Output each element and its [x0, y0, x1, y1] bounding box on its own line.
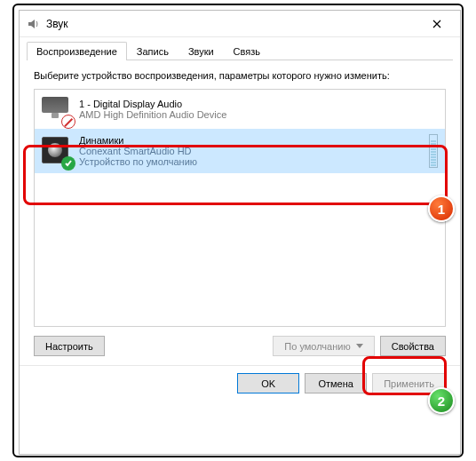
tab-recording[interactable]: Запись: [127, 42, 178, 60]
configure-button[interactable]: Настроить: [34, 336, 105, 356]
properties-button[interactable]: Свойства: [380, 336, 446, 356]
device-driver: Conexant SmartAudio HD: [79, 146, 197, 156]
tab-communications[interactable]: Связь: [224, 42, 270, 60]
device-status: Устройство по умолчанию: [79, 156, 197, 167]
device-item-speakers[interactable]: Динамики Conexant SmartAudio HD Устройст…: [35, 129, 445, 173]
default-badge-icon: [61, 156, 75, 171]
sound-dialog: Звук Воспроизведение Запись Звуки Связь …: [19, 10, 461, 455]
titlebar: Звук: [20, 11, 460, 37]
level-meter: [429, 134, 438, 168]
device-button-row: Настроить По умолчанию Свойства: [20, 327, 460, 365]
device-text: 1 - Digital Display Audio AMD High Defin…: [79, 99, 226, 120]
device-icon-speaker: [42, 137, 70, 165]
tab-strip: Воспроизведение Запись Звуки Связь: [20, 37, 460, 60]
device-text: Динамики Conexant SmartAudio HD Устройст…: [79, 135, 197, 167]
dialog-button-row: OK Отмена Применить: [20, 365, 460, 402]
window-title: Звук: [46, 18, 68, 30]
sound-icon: [25, 16, 41, 32]
set-default-button[interactable]: По умолчанию: [273, 336, 374, 356]
device-item-display-audio[interactable]: 1 - Digital Display Audio AMD High Defin…: [35, 90, 445, 129]
device-driver: AMD High Definition Audio Device: [79, 109, 226, 120]
ok-button[interactable]: OK: [237, 373, 299, 393]
device-name: 1 - Digital Display Audio: [79, 99, 226, 109]
device-list[interactable]: 1 - Digital Display Audio AMD High Defin…: [34, 89, 446, 327]
device-icon-monitor: [42, 95, 70, 123]
tab-content: Выберите устройство воспроизведения, пар…: [20, 60, 460, 327]
annotation-callout-2: 2: [428, 387, 455, 414]
disabled-badge-icon: [61, 115, 75, 129]
chevron-down-icon: [356, 344, 363, 348]
tab-sounds[interactable]: Звуки: [178, 42, 224, 60]
device-name: Динамики: [79, 135, 197, 146]
annotation-frame: Звук Воспроизведение Запись Звуки Связь …: [12, 4, 464, 457]
instruction-text: Выберите устройство воспроизведения, пар…: [34, 69, 446, 82]
set-default-label: По умолчанию: [284, 341, 350, 352]
annotation-callout-1: 1: [428, 195, 455, 222]
close-button[interactable]: [419, 12, 455, 36]
cancel-button[interactable]: Отмена: [305, 373, 367, 393]
tab-playback[interactable]: Воспроизведение: [27, 42, 127, 60]
